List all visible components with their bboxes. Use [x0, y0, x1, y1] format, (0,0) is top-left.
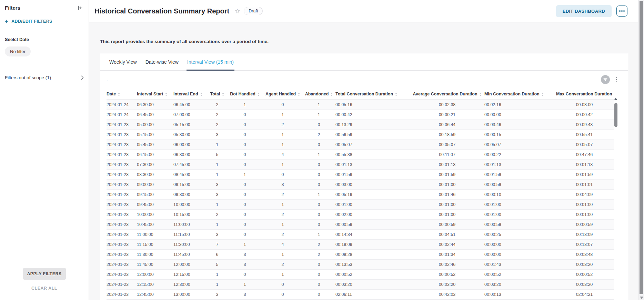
- table-cell: 12:45:00: [137, 290, 173, 300]
- column-header-abandoned[interactable]: Abandoned: [304, 89, 335, 100]
- table-cell: 00:00:42: [556, 110, 614, 120]
- table-cell: 0: [304, 160, 335, 170]
- column-header-min-conversation-duration[interactable]: Min Conversation Duration: [484, 89, 556, 100]
- column-label: Abandoned: [305, 92, 329, 96]
- table-cell: 00:00:00: [484, 240, 556, 250]
- table-cell: 00:02:44: [411, 240, 484, 250]
- table-cell: 00:05:07: [411, 140, 484, 150]
- collapse-sidebar-icon[interactable]: [77, 5, 83, 11]
- no-filter-chip[interactable]: No filter: [5, 46, 31, 56]
- tab-weekly-view[interactable]: Weekly View: [109, 53, 138, 71]
- table-row: 2024-01-2311:15:0011:30:00714200:19:0900…: [107, 240, 614, 250]
- tab-date-wise-view[interactable]: Date-wise View: [145, 53, 179, 71]
- table-row: 2024-01-2309:15:0009:30:00302100:05:1900…: [107, 190, 614, 200]
- clear-all-button[interactable]: CLEAR ALL: [29, 286, 59, 291]
- table-filter-icon[interactable]: [601, 75, 610, 84]
- column-label: Interval End: [173, 92, 198, 96]
- tab-bar: Weekly ViewDate-wise ViewInterval View (…: [100, 53, 628, 71]
- scroll-up-icon[interactable]: [614, 98, 617, 100]
- table-cell: 02:06:11: [335, 290, 411, 300]
- column-label: Min Conversation Duration: [484, 92, 540, 96]
- table-cell: 2024-01-23: [107, 200, 137, 210]
- table-menu-icon[interactable]: [615, 76, 618, 83]
- table-scrollbar[interactable]: [614, 98, 617, 127]
- table-cell: 00:02:16: [484, 100, 556, 110]
- table-cell: 2024-01-23: [107, 280, 137, 290]
- page-title: Historical Conversation Summary Report: [94, 7, 229, 15]
- table-cell: 0: [304, 210, 335, 220]
- table-cell: 3: [208, 180, 228, 190]
- table-cell: 10:00:00: [173, 200, 208, 210]
- column-header-total[interactable]: Total: [208, 89, 228, 100]
- column-header-bot-handled[interactable]: Bot Handled: [228, 89, 263, 100]
- table-row: 2024-01-2310:45:0011:00:00101000:00:5900…: [107, 220, 614, 230]
- table-cell: 0: [228, 130, 263, 140]
- table-cell: 00:01:59: [335, 170, 411, 180]
- table-cell: 05:00:00: [137, 120, 173, 130]
- sort-icon: [200, 93, 202, 96]
- page-scrollbar[interactable]: [638, 0, 644, 300]
- table-container: DateInterval StartInterval EndTotalBot H…: [100, 89, 628, 300]
- table-cell: 0: [263, 280, 304, 290]
- column-header-average-conversation-duration[interactable]: Average Conversation Duration: [411, 89, 484, 100]
- table-cell: 12:00:00: [137, 270, 173, 280]
- table-cell: 1: [263, 110, 304, 120]
- table-cell: 1: [263, 140, 304, 150]
- table-cell: 2024-01-23: [107, 210, 137, 220]
- add-edit-filters-button[interactable]: + ADD/EDIT FILTERS: [5, 19, 52, 24]
- table-cell: 1: [263, 220, 304, 230]
- table-cell: 1: [208, 140, 228, 150]
- filters-out-of-scope-toggle[interactable]: Filters out of scope (1): [5, 75, 84, 80]
- filters-sidebar: Filters + ADD/EDIT FILTERS Seelct Date N…: [0, 0, 89, 300]
- table-cell: 11:30:00: [137, 250, 173, 260]
- table-cell: 00:19:09: [335, 240, 411, 250]
- table-cell: 00:03:20: [411, 280, 484, 290]
- table-cell: 06:45:00: [137, 110, 173, 120]
- apply-filters-button[interactable]: APPLY FILTERS: [23, 268, 66, 280]
- table-cell: 00:56:59: [335, 130, 411, 140]
- table-cell: 11:15:00: [137, 240, 173, 250]
- table-cell: 5: [208, 150, 228, 160]
- table-cell: 2: [208, 110, 228, 120]
- star-icon[interactable]: ☆: [234, 7, 240, 15]
- table-scroll-thumb[interactable]: [614, 103, 617, 127]
- table-cell: 05:45:00: [137, 140, 173, 150]
- column-header-interval-end[interactable]: Interval End: [173, 89, 208, 100]
- table-cell: 00:03:20: [484, 280, 556, 290]
- table-cell: 4: [263, 150, 304, 160]
- more-options-button[interactable]: [616, 6, 627, 17]
- column-header-total-conversation-duration[interactable]: Total Conversation Duration: [335, 89, 411, 100]
- table-cell: 3: [208, 290, 228, 300]
- column-header-agent-handled[interactable]: Agent Handled: [263, 89, 304, 100]
- page-scroll-thumb[interactable]: [640, 1, 643, 294]
- widget-title: .: [107, 77, 108, 82]
- table-cell: 0: [304, 220, 335, 230]
- table-cell: 0: [304, 260, 335, 270]
- scroll-down-icon[interactable]: [640, 297, 643, 299]
- column-header-date[interactable]: Date: [107, 89, 137, 100]
- table-cell: 2024-01-24: [107, 110, 137, 120]
- table-cell: 05:15:00: [173, 120, 208, 130]
- edit-dashboard-button[interactable]: EDIT DASHBOARD: [556, 5, 612, 17]
- table-cell: 2024-01-23: [107, 290, 137, 300]
- table-cell: 00:00:00: [484, 250, 556, 260]
- table-row: 2024-01-2312:00:0012:15:00101000:00:5200…: [107, 270, 614, 280]
- table-cell: 06:00:00: [173, 140, 208, 150]
- table-cell: 1: [304, 230, 335, 240]
- column-header-interval-start[interactable]: Interval Start: [137, 89, 173, 100]
- summary-table: DateInterval StartInterval EndTotalBot H…: [107, 89, 614, 300]
- table-cell: 2024-01-23: [107, 240, 137, 250]
- table-cell: 1: [208, 280, 228, 290]
- table-cell: 1: [208, 200, 228, 210]
- table-cell: 00:00:21: [411, 110, 484, 120]
- table-cell: 2024-01-23: [107, 170, 137, 180]
- table-cell: 00:01:01: [556, 180, 614, 190]
- plus-icon: +: [5, 19, 8, 23]
- tab-interval-view-15-min[interactable]: Interval View (15 min): [187, 53, 234, 71]
- table-cell: 7: [208, 240, 228, 250]
- table-row: 2024-01-2312:45:0013:00:00330002:06:1100…: [107, 290, 614, 300]
- table-cell: 00:06:44: [411, 120, 484, 130]
- column-header-max-conversation-duration[interactable]: Max Conversation Duration: [556, 89, 614, 100]
- widget-header: .: [100, 71, 628, 89]
- table-cell: 1: [228, 170, 263, 180]
